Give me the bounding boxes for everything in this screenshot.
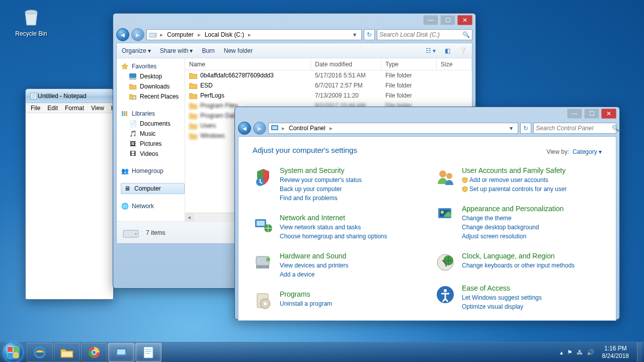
- nav-forward-button[interactable]: ►: [253, 122, 266, 135]
- nav-recent[interactable]: Recent Places: [121, 92, 185, 102]
- search-input[interactable]: [536, 125, 612, 132]
- cat-title[interactable]: Programs: [280, 290, 332, 298]
- menu-view[interactable]: View: [88, 105, 107, 112]
- breadcrumb-controlpanel[interactable]: Control Panel: [288, 125, 327, 132]
- close-button[interactable]: ✕: [601, 109, 616, 119]
- cat-title[interactable]: Ease of Access: [462, 284, 542, 292]
- cat-link[interactable]: Add a device: [280, 270, 349, 279]
- cat-link[interactable]: Find and fix problems: [280, 194, 362, 203]
- nav-downloads[interactable]: Downloads: [121, 81, 185, 92]
- cat-link[interactable]: Let Windows suggest settings: [462, 293, 542, 302]
- notepad-textarea[interactable]: [26, 113, 113, 299]
- maximize-button[interactable]: ☐: [440, 15, 455, 25]
- tray-volume-icon[interactable]: 🔊: [587, 349, 594, 356]
- cat-link[interactable]: Set up parental controls for any user: [462, 185, 567, 194]
- nav-music[interactable]: 🎵Music: [121, 129, 185, 139]
- preview-pane-button[interactable]: ◧: [445, 47, 450, 54]
- tray-action-center-icon[interactable]: ⚑: [567, 349, 573, 356]
- cat-link[interactable]: View devices and printers: [280, 261, 349, 270]
- menu-edit[interactable]: Edit: [44, 105, 61, 112]
- menu-file[interactable]: File: [28, 105, 43, 112]
- cat-link[interactable]: Change desktop background: [462, 223, 564, 232]
- col-size[interactable]: Size: [437, 58, 472, 70]
- chevron-right-icon[interactable]: ▸: [281, 125, 286, 132]
- cat-link[interactable]: Add or remove user accounts: [462, 175, 567, 185]
- toolbar-sharewith[interactable]: Share with ▾: [160, 47, 193, 54]
- cat-title[interactable]: Appearance and Personalization: [462, 205, 564, 213]
- address-bar[interactable]: ▸ Computer ▸ Local Disk (C:) ▸ ▾: [146, 29, 362, 40]
- cat-link[interactable]: Review your computer's status: [280, 175, 362, 185]
- table-row[interactable]: ESD6/7/2017 2:57 PMFile folder: [185, 80, 472, 90]
- cat-title[interactable]: User Accounts and Family Safety: [462, 166, 567, 174]
- col-type[interactable]: Type: [381, 58, 437, 70]
- table-row[interactable]: PerfLogs7/13/2009 11:20File folder: [185, 90, 472, 101]
- cat-link[interactable]: Adjust screen resolution: [462, 232, 564, 241]
- nav-homegroup[interactable]: 👥Homegroup: [121, 166, 185, 176]
- close-button[interactable]: ✕: [457, 15, 472, 25]
- toolbar-newfolder[interactable]: New folder: [224, 47, 253, 54]
- notepad-titlebar[interactable]: Untitled - Notepad: [26, 89, 113, 103]
- col-name[interactable]: Name: [185, 58, 311, 70]
- menu-format[interactable]: Format: [62, 105, 87, 112]
- help-button[interactable]: ❔: [459, 47, 467, 54]
- minimize-button[interactable]: —: [423, 15, 438, 25]
- cat-link[interactable]: Change the theme: [462, 214, 564, 223]
- taskbar-ie[interactable]: [27, 343, 53, 362]
- chevron-right-icon[interactable]: ▸: [329, 125, 334, 132]
- refresh-button[interactable]: ↻: [520, 123, 531, 134]
- taskbar[interactable]: ▴ ⚑ 🖧 🔊 1:16 PM 8/24/2018: [0, 342, 644, 362]
- chevron-right-icon[interactable]: ▸: [159, 31, 164, 38]
- tray-clock[interactable]: 1:16 PM 8/24/2018: [598, 345, 633, 359]
- search-icon[interactable]: 🔍: [612, 125, 619, 132]
- minimize-button[interactable]: —: [567, 109, 582, 119]
- search-input[interactable]: [379, 31, 462, 38]
- cat-link[interactable]: Back up your computer: [280, 185, 362, 194]
- nav-forward-button[interactable]: ►: [131, 28, 144, 41]
- maximize-button[interactable]: ☐: [584, 109, 599, 119]
- nav-back-button[interactable]: ◄: [238, 122, 251, 135]
- tray-network-icon[interactable]: 🖧: [577, 349, 583, 356]
- toolbar-burn[interactable]: Burn: [202, 47, 214, 54]
- view-mode-button[interactable]: ☷ ▾: [426, 47, 436, 54]
- nav-back-button[interactable]: ◄: [116, 28, 129, 41]
- nav-desktop[interactable]: Desktop: [121, 71, 185, 81]
- desktop-icon-recycle-bin[interactable]: Recycle Bin: [12, 5, 50, 37]
- navigation-pane[interactable]: Favorites Desktop Downloads Recent Place…: [117, 58, 185, 221]
- cat-link[interactable]: Optimize visual display: [462, 302, 542, 311]
- search-box[interactable]: 🔍: [533, 123, 616, 134]
- toolbar-organize[interactable]: Organize ▾: [122, 47, 151, 54]
- taskbar-chrome[interactable]: [81, 343, 107, 362]
- breadcrumb-computer[interactable]: Computer: [166, 31, 195, 38]
- nav-documents[interactable]: 📄Documents: [121, 119, 185, 129]
- chevron-right-icon[interactable]: ▸: [247, 31, 252, 38]
- breadcrumb-localdisk[interactable]: Local Disk (C:): [204, 31, 246, 38]
- show-desktop-button[interactable]: [637, 342, 642, 363]
- cat-title[interactable]: System and Security: [280, 166, 362, 174]
- address-bar[interactable]: ▸ Control Panel ▸ ▾: [268, 123, 518, 134]
- start-button[interactable]: [3, 342, 23, 363]
- refresh-button[interactable]: ↻: [364, 29, 375, 40]
- cat-title[interactable]: Hardware and Sound: [280, 252, 349, 260]
- cat-link[interactable]: Uninstall a program: [280, 299, 332, 308]
- taskbar-explorer[interactable]: [54, 343, 80, 362]
- nav-computer[interactable]: 🖥Computer: [121, 183, 185, 194]
- address-dropdown-button[interactable]: ▾: [350, 31, 359, 38]
- cat-title[interactable]: Network and Internet: [280, 214, 387, 222]
- address-dropdown-button[interactable]: ▾: [507, 125, 516, 132]
- cat-link[interactable]: Change keyboards or other input methods: [462, 261, 575, 270]
- nav-pictures[interactable]: 🖼Pictures: [121, 139, 185, 149]
- chevron-right-icon[interactable]: ▸: [197, 31, 202, 38]
- notepad-window[interactable]: Untitled - Notepad File Edit Format View…: [25, 88, 114, 300]
- nav-favorites[interactable]: Favorites: [121, 61, 185, 71]
- scroll-left-arrow[interactable]: ◂: [185, 213, 194, 221]
- table-row[interactable]: 0b4affdafc66278f7609ddd35/17/2016 5:51 A…: [185, 70, 472, 80]
- control-panel-window[interactable]: — ☐ ✕ ◄ ► ▸ Control Panel ▸ ▾ ↻ 🔍 Adjust…: [234, 107, 620, 320]
- cp-viewby-dropdown[interactable]: Category ▾: [573, 148, 602, 155]
- nav-libraries[interactable]: Libraries: [121, 109, 185, 119]
- taskbar-notepad[interactable]: [135, 343, 162, 362]
- tray-show-hidden-icon[interactable]: ▴: [560, 349, 563, 356]
- search-icon[interactable]: 🔍: [462, 31, 470, 38]
- search-box[interactable]: 🔍: [377, 29, 472, 40]
- col-date[interactable]: Date modified: [311, 58, 381, 70]
- nav-videos[interactable]: 🎞Videos: [121, 149, 185, 159]
